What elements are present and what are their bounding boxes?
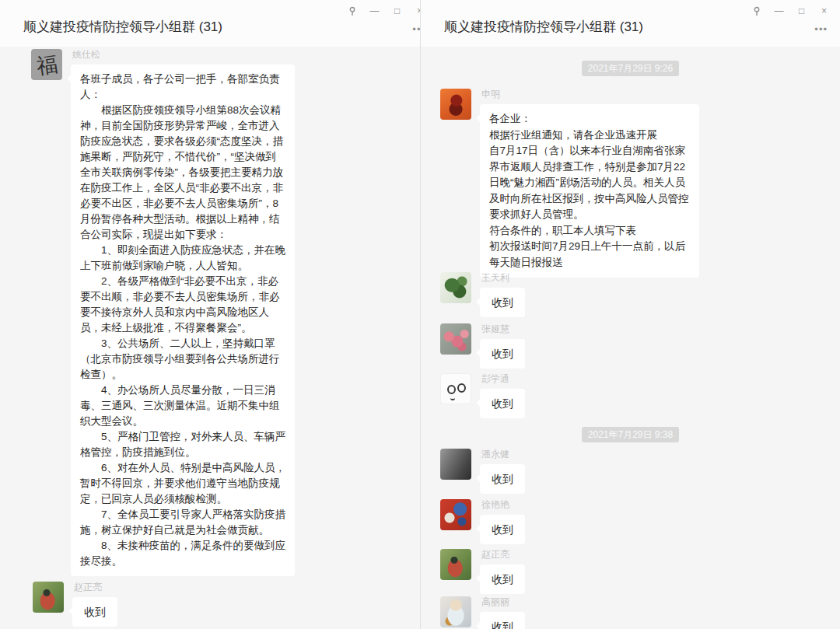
window-controls: — □ × [341, 5, 420, 17]
screenshot-stage: 顺义建投疫情防控领导小组群 (31) — □ × ••• 福 姚仕松 各班子成员… [0, 0, 840, 629]
avatar-face-decoration [447, 385, 456, 394]
message-bubble[interactable]: 收到 [480, 464, 525, 494]
sender-name: 徐艳艳 [481, 499, 509, 510]
message-list-left[interactable]: 福 姚仕松 各班子成员，各子公司一把手，各部室负责人： 根据区防疫领疫领导小组第… [0, 47, 420, 629]
avatar[interactable] [440, 272, 471, 303]
message: 彭学通 收到 [440, 373, 525, 418]
chat-window-left: 顺义建投疫情防控领导小组群 (31) — □ × ••• 福 姚仕松 各班子成员… [0, 0, 420, 629]
more-menu-button[interactable]: ••• [412, 24, 420, 35]
avatar[interactable] [440, 499, 471, 530]
chat-title: 顺义建投疫情防控领导小组群 (31) [23, 18, 222, 36]
message-bubble[interactable]: 收到 [72, 597, 117, 627]
avatar-face-decoration [450, 396, 455, 400]
message-bubble[interactable]: 收到 [480, 515, 525, 544]
timestamp-row: 2021年7月29日 9:26 [421, 61, 840, 76]
more-menu-button[interactable]: ••• [814, 24, 828, 35]
message-bubble[interactable]: 各班子成员，各子公司一把手，各部室负责人： 根据区防疫领疫领导小组第88次会议精… [71, 65, 295, 576]
message: 高丽丽 收到 [440, 596, 525, 629]
message: 申明 各企业： 根据行业组通知，请各企业迅速开展 自7月17日（含）以来本行业自… [440, 89, 699, 278]
sender-name: 赵正亮 [74, 582, 102, 592]
sender-name: 姚仕松 [72, 49, 100, 60]
timestamp: 2021年7月29日 9:26 [582, 61, 679, 76]
avatar-calligraphy: 福 [35, 53, 58, 76]
message-bubble[interactable]: 收到 [480, 389, 525, 418]
message: 徐艳艳 收到 [440, 499, 525, 544]
close-button[interactable]: × [813, 5, 835, 17]
message: 赵正亮 收到 [33, 582, 117, 627]
sender-name: 赵正亮 [481, 549, 509, 560]
message-bubble[interactable]: 收到 [480, 564, 525, 594]
titlebar-right: 顺义建投疫情防控领导小组群 (31) — □ × ••• [421, 0, 840, 47]
minimize-button[interactable]: — [768, 5, 790, 17]
chat-window-right: 顺义建投疫情防控领导小组群 (31) — □ × ••• 2021年7月29日 … [420, 0, 840, 629]
message: 福 姚仕松 各班子成员，各子公司一把手，各部室负责人： 根据区防疫领疫领导小组第… [31, 49, 295, 576]
timestamp: 2021年7月29日 9:38 [582, 427, 679, 442]
avatar[interactable] [440, 596, 471, 627]
sender-name: 潘永健 [481, 449, 509, 460]
titlebar-left: 顺义建投疫情防控领导小组群 (31) — □ × ••• [0, 0, 420, 47]
sender-name: 张娅慧 [481, 323, 509, 334]
message: 张娅慧 收到 [440, 323, 525, 369]
timestamp-row: 2021年7月29日 9:38 [421, 427, 840, 442]
chat-title: 顺义建投疫情防控领导小组群 (31) [444, 18, 643, 36]
pin-icon[interactable] [745, 5, 768, 17]
avatar-face-decoration [457, 383, 466, 393]
avatar[interactable] [440, 449, 471, 480]
window-controls: — □ × [745, 5, 835, 17]
message: 赵正亮 收到 [440, 549, 525, 594]
message-bubble[interactable]: 收到 [480, 612, 525, 629]
maximize-button[interactable]: □ [790, 5, 813, 17]
close-button[interactable]: × [408, 5, 420, 17]
message: 王天利 收到 [440, 272, 525, 317]
avatar[interactable] [440, 89, 471, 120]
sender-name: 高丽丽 [481, 596, 509, 607]
avatar[interactable] [440, 373, 471, 404]
message-bubble[interactable]: 收到 [480, 288, 525, 317]
message-list-right[interactable]: 2021年7月29日 9:26 申明 各企业： 根据行业组通知，请各企业迅速开展… [421, 47, 840, 629]
avatar[interactable] [440, 549, 471, 580]
message-bubble[interactable]: 各企业： 根据行业组通知，请各企业迅速开展 自7月17日（含）以来本行业自湖南省… [480, 104, 699, 278]
avatar[interactable]: 福 [31, 49, 62, 80]
minimize-button[interactable]: — [363, 5, 386, 17]
sender-name: 申明 [481, 89, 500, 100]
pin-icon[interactable] [341, 5, 363, 17]
avatar[interactable] [440, 323, 471, 355]
sender-name: 彭学通 [481, 373, 509, 384]
sender-name: 王天利 [481, 272, 509, 283]
message: 潘永健 收到 [440, 449, 525, 494]
avatar[interactable] [33, 582, 64, 613]
maximize-button[interactable]: □ [386, 5, 408, 17]
message-bubble[interactable]: 收到 [480, 339, 525, 369]
